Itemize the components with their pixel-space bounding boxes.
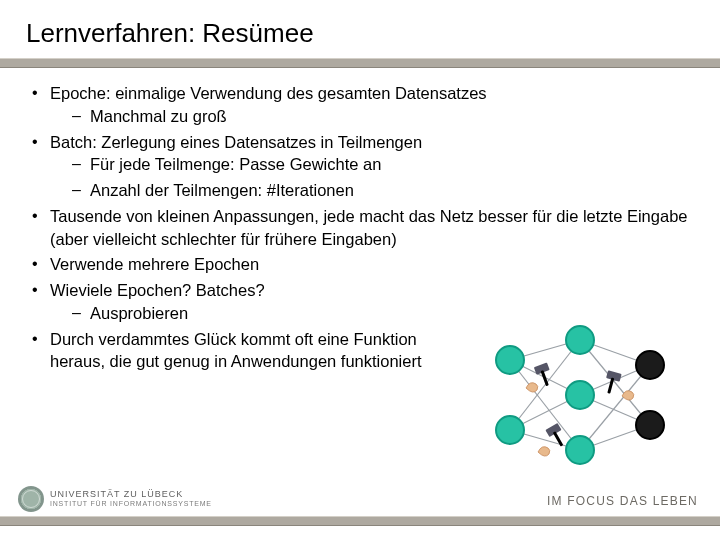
- bullet-item: Epoche: einmalige Verwendung des gesamte…: [28, 82, 688, 128]
- hammer-icon: [602, 370, 621, 395]
- svg-rect-16: [545, 423, 561, 437]
- slogan-text: IM FOCUS DAS LEBEN: [547, 494, 698, 508]
- hidden-node: [566, 326, 594, 354]
- sub-item: Für jede Teilmenge: Passe Gewichte an: [50, 153, 688, 176]
- sub-text: Für jede Teilmenge: Passe Gewichte an: [90, 155, 381, 173]
- bullet-text: Epoche: einmalige Verwendung des gesamte…: [50, 84, 487, 102]
- bullet-item: Verwende mehrere Epochen: [28, 253, 688, 276]
- bullet-text: Tausende von kleinen Anpassungen, jede m…: [50, 207, 688, 248]
- slide-title: Lernverfahren: Resümee: [0, 0, 720, 59]
- hand-icon: [526, 383, 538, 392]
- seal-icon: [18, 486, 44, 512]
- hidden-node: [566, 381, 594, 409]
- output-node: [636, 411, 664, 439]
- hand-icon: [622, 391, 634, 400]
- bullet-text: Wieviele Epochen? Batches?: [50, 281, 265, 299]
- svg-rect-15: [607, 377, 614, 393]
- sub-item: Manchmal zu groß: [50, 105, 688, 128]
- bullet-text: Batch: Zerlegung eines Datensatzes in Te…: [50, 133, 422, 151]
- sub-text: Anzahl der Teilmengen: #Iterationen: [90, 181, 354, 199]
- bullet-item: Batch: Zerlegung eines Datensatzes in Te…: [28, 131, 688, 202]
- hammer-icon: [534, 362, 555, 387]
- output-node: [636, 351, 664, 379]
- hidden-node: [566, 436, 594, 464]
- svg-rect-14: [606, 370, 622, 381]
- university-name: UNIVERSITÄT ZU LÜBECK: [50, 490, 212, 500]
- input-node: [496, 346, 524, 374]
- neural-network-svg: [480, 320, 680, 470]
- university-logo: UNIVERSITÄT ZU LÜBECK INSTITUT FÜR INFOR…: [18, 486, 212, 512]
- slide: Lernverfahren: Resümee Epoche: einmalige…: [0, 0, 720, 540]
- bullet-item: Tausende von kleinen Anpassungen, jede m…: [28, 205, 688, 251]
- bullet-text: Verwende mehrere Epochen: [50, 255, 259, 273]
- bullet-item: Wieviele Epochen? Batches? Ausprobieren: [28, 279, 688, 325]
- bullet-item: Durch verdammtes Glück kommt oft eine Fu…: [28, 328, 450, 374]
- neural-network-illustration: [480, 320, 680, 470]
- hand-icon: [538, 447, 550, 456]
- divider-bottom: [0, 516, 720, 526]
- sub-list: Für jede Teilmenge: Passe Gewichte an An…: [50, 153, 688, 202]
- divider-top: [0, 58, 720, 68]
- sub-text: Manchmal zu groß: [90, 107, 227, 125]
- sub-list: Manchmal zu groß: [50, 105, 688, 128]
- institute-name: INSTITUT FÜR INFORMATIONSSYSTEME: [50, 500, 212, 508]
- sub-text: Ausprobieren: [90, 304, 188, 322]
- sub-item: Anzahl der Teilmengen: #Iterationen: [50, 179, 688, 202]
- logo-text: UNIVERSITÄT ZU LÜBECK INSTITUT FÜR INFOR…: [50, 490, 212, 508]
- bullet-text: Durch verdammtes Glück kommt oft eine Fu…: [50, 330, 422, 371]
- input-node: [496, 416, 524, 444]
